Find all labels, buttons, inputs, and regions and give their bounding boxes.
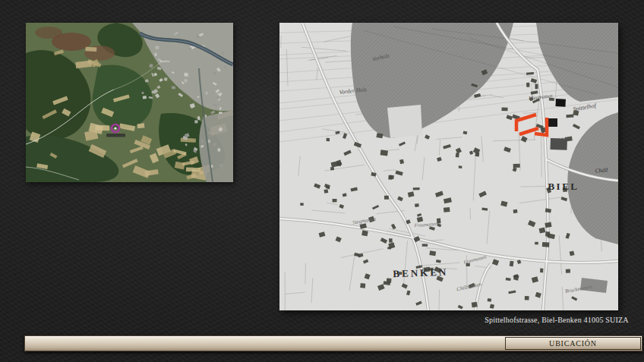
terrain-patch: [35, 27, 62, 39]
slide-background: Basilea: [0, 0, 644, 362]
city-label: Basilea: [159, 59, 169, 63]
forest-clearing: [387, 105, 422, 138]
footer-bar: UBICACIÓN: [24, 335, 642, 351]
satellite-map-image: Basilea: [26, 23, 233, 182]
town-label-benken: BENKEN: [393, 266, 448, 280]
section-title: UBICACIÓN: [549, 339, 597, 348]
building: [548, 118, 557, 127]
cadastral-map-image: BIEL BENKEN Spittelhof Kleematten Chäll …: [279, 23, 618, 310]
town-label-biel: BIEL: [548, 181, 579, 192]
section-title-box: UBICACIÓN: [505, 337, 641, 350]
address-caption: Spittelhofstrasse, Biel-Benken 41005 SUI…: [477, 316, 636, 324]
area-label-chall: Chäll: [595, 166, 608, 174]
building: [555, 99, 566, 107]
